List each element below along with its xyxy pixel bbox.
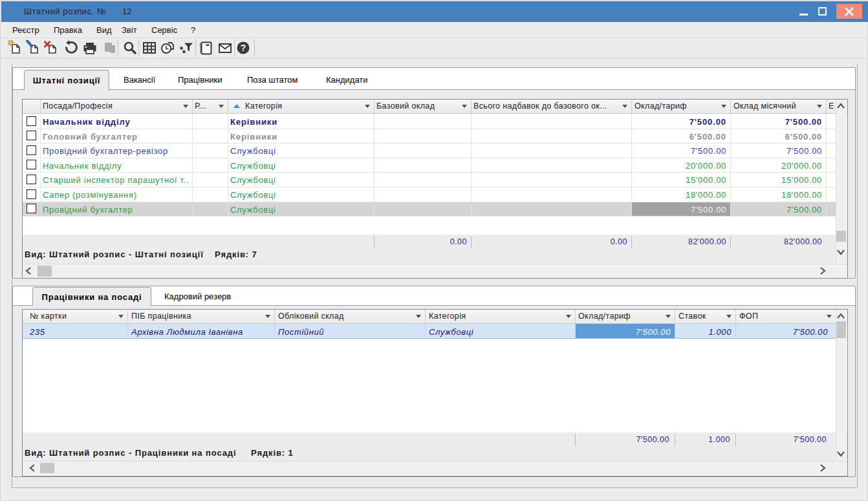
svg-text:?: ?: [241, 43, 246, 53]
